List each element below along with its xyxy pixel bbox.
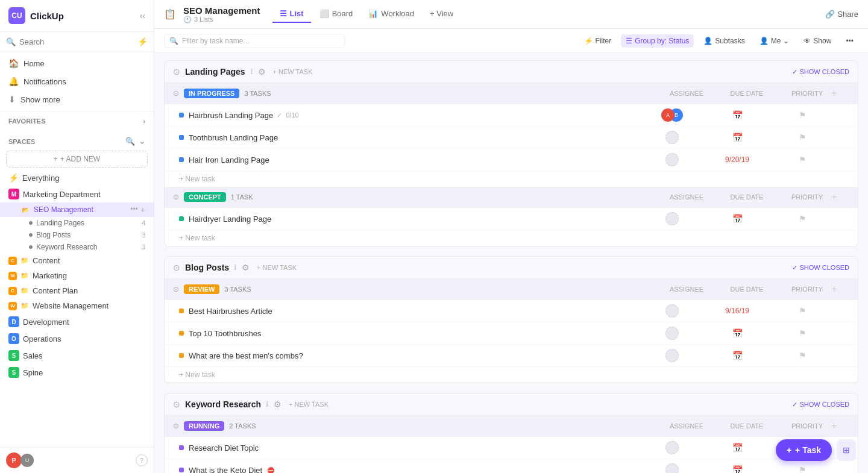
table-row[interactable]: Hairbrush Landing Page ✓ 0/10 A B 📅 ⚑ — [165, 104, 858, 127]
keyword-research-collapse-icon[interactable]: ⊙ — [173, 399, 180, 409]
task-due-date[interactable]: 9/20/19 — [701, 155, 773, 164]
landing-pages-settings-icon[interactable]: ⚙ — [258, 67, 266, 77]
blog-posts-collapse-icon[interactable]: ⊙ — [173, 263, 180, 272]
search-spaces-icon[interactable]: 🔍 — [125, 137, 135, 146]
task-due-date[interactable]: 📅 — [701, 328, 773, 338]
collapse-sidebar-button[interactable]: ‹‹ — [140, 11, 145, 20]
tab-list[interactable]: ☰ List — [272, 5, 311, 23]
task-assignee[interactable] — [648, 327, 696, 340]
show-button[interactable]: 👁 Show — [799, 34, 836, 48]
task-priority[interactable]: ⚑ — [778, 328, 826, 338]
keyword-research-add-task-inline[interactable]: + NEW TASK — [289, 401, 329, 408]
spaces-expand-icon[interactable]: ⌄ — [139, 137, 145, 146]
subtasks-button[interactable]: 👤 Subtasks — [699, 34, 749, 48]
seo-more-icon[interactable]: ••• — [130, 205, 138, 215]
add-new-button[interactable]: + + ADD NEW — [6, 151, 148, 168]
task-due-date[interactable]: 📅 — [701, 133, 773, 142]
table-row[interactable]: Top 10 Toothbrushes 📅 ⚑ — [165, 322, 858, 345]
table-row[interactable]: Research Diet Topic 📅 ⚑ — [165, 437, 858, 459]
task-due-date[interactable]: 📅 — [701, 214, 773, 224]
filter-button[interactable]: ⚡ Filter — [579, 34, 617, 48]
sidebar-item-blog-posts[interactable]: Blog Posts 3 — [0, 229, 154, 241]
table-row[interactable]: Best Hairbrushes Article 9/16/19 ⚑ — [165, 300, 858, 322]
sidebar-item-home[interactable]: 🏠 Home — [0, 54, 154, 72]
lightning-icon[interactable]: ⚡ — [137, 37, 148, 46]
sidebar-item-show-more[interactable]: ⬇ Show more — [0, 90, 154, 108]
add-col-icon-1[interactable]: + — [831, 88, 849, 99]
table-row[interactable]: Hairdryer Landing Page 📅 ⚑ — [165, 208, 858, 230]
task-due-date[interactable]: 📅 — [701, 443, 773, 453]
task-priority[interactable]: ⚑ — [778, 465, 826, 473]
tab-workload[interactable]: 📊 Workload — [361, 5, 421, 23]
table-row[interactable]: What is the Keto Diet ⛔ 📅 ⚑ — [165, 459, 858, 473]
task-due-date[interactable]: 📅 — [701, 110, 773, 120]
concept-collapse-icon[interactable]: ⊙ — [173, 193, 179, 201]
task-assignee[interactable] — [648, 131, 696, 144]
landing-pages-add-task-inline[interactable]: + NEW TASK — [273, 68, 313, 75]
in-progress-collapse-icon[interactable]: ⊙ — [173, 89, 179, 98]
sidebar-item-everything[interactable]: ⚡ Everything — [0, 170, 154, 186]
sidebar-item-notifications[interactable]: 🔔 Notifications — [0, 72, 154, 90]
running-collapse-icon[interactable]: ⊙ — [173, 422, 179, 430]
add-view-button[interactable]: + View — [423, 5, 461, 23]
help-icon[interactable]: ? — [136, 454, 148, 466]
task-priority[interactable]: ⚑ — [778, 351, 826, 360]
sidebar-item-keyword-research[interactable]: Keyword Research 3 — [0, 241, 154, 253]
task-priority[interactable]: ⚑ — [778, 306, 826, 316]
user-avatar-2[interactable]: U — [20, 454, 34, 467]
more-options-button[interactable]: ••• — [841, 34, 858, 48]
seo-add-icon[interactable]: + — [140, 205, 145, 215]
sidebar-item-development[interactable]: D Development — [0, 313, 154, 330]
sidebar-item-marketing[interactable]: M 📁 Marketing — [0, 268, 154, 283]
me-button[interactable]: 👤 Me ⌄ — [755, 34, 794, 48]
new-task-row-3[interactable]: + New task — [165, 367, 858, 383]
keyword-research-info-icon[interactable]: ℹ — [266, 400, 269, 409]
task-assignee[interactable] — [648, 153, 696, 166]
filter-search[interactable]: 🔍 Filter by task name... — [164, 34, 345, 48]
grid-view-button[interactable]: ⊞ — [837, 439, 856, 461]
table-row[interactable]: Toothbrush Landing Page 📅 ⚑ — [165, 127, 858, 149]
table-row[interactable]: Hair Iron Landing Page 9/20/19 ⚑ — [165, 149, 858, 171]
add-task-button[interactable]: + + Task — [776, 439, 832, 461]
landing-pages-show-closed[interactable]: ✓ SHOW CLOSED — [792, 68, 849, 76]
task-priority[interactable]: ⚑ — [778, 133, 826, 142]
sidebar-item-spine[interactable]: S Spine — [0, 364, 154, 381]
task-priority[interactable]: ⚑ — [778, 155, 826, 164]
blog-posts-add-task-inline[interactable]: + NEW TASK — [257, 264, 297, 271]
keyword-research-settings-icon[interactable]: ⚙ — [274, 399, 281, 409]
blog-posts-show-closed[interactable]: ✓ SHOW CLOSED — [792, 264, 849, 272]
sidebar-item-website-management[interactable]: W 📁 Website Management — [0, 298, 154, 313]
search-bar[interactable]: 🔍 ⚡ — [0, 32, 154, 52]
task-assignee[interactable] — [648, 441, 696, 454]
sidebar-item-landing-pages[interactable]: Landing Pages 4 — [0, 217, 154, 229]
blog-posts-settings-icon[interactable]: ⚙ — [242, 263, 250, 272]
blog-posts-info-icon[interactable]: ℹ — [234, 263, 237, 272]
user-avatar[interactable]: P — [6, 453, 22, 468]
table-row[interactable]: What are the best men's combs? 📅 ⚑ — [165, 345, 858, 367]
task-due-date[interactable]: 9/16/19 — [701, 307, 773, 315]
sidebar-item-content[interactable]: C 📁 Content — [0, 253, 154, 268]
new-task-row-2[interactable]: + New task — [165, 230, 858, 246]
tab-board[interactable]: ⬜ Board — [312, 5, 360, 23]
new-task-row-1[interactable]: + New task — [165, 171, 858, 187]
landing-pages-info-icon[interactable]: ℹ — [250, 67, 253, 76]
sidebar-item-marketing-dept[interactable]: M Marketing Department — [0, 186, 154, 202]
search-input[interactable] — [19, 37, 134, 46]
share-button[interactable]: 🔗 Share — [825, 10, 858, 19]
task-assignee[interactable]: A B — [648, 108, 696, 122]
add-col-icon-2[interactable]: + — [831, 192, 849, 202]
task-priority[interactable]: ⚑ — [778, 214, 826, 224]
task-priority[interactable]: ⚑ — [778, 110, 826, 120]
add-col-icon-3[interactable]: + — [831, 284, 849, 295]
sidebar-item-seo-management[interactable]: 📂 SEO Management ••• + — [0, 202, 154, 217]
add-col-icon-4[interactable]: + — [831, 421, 849, 431]
task-assignee[interactable] — [648, 212, 696, 225]
task-due-date[interactable]: 📅 — [701, 465, 773, 473]
sidebar-item-content-plan[interactable]: C 📁 Content Plan — [0, 283, 154, 298]
review-collapse-icon[interactable]: ⊙ — [173, 285, 179, 293]
keyword-research-show-closed[interactable]: ✓ SHOW CLOSED — [792, 401, 849, 409]
task-assignee[interactable] — [648, 349, 696, 362]
group-by-button[interactable]: ☰ Group by: Status — [621, 34, 694, 48]
sidebar-item-sales[interactable]: S Sales — [0, 347, 154, 364]
favorites-expand-icon[interactable]: › — [143, 117, 145, 125]
